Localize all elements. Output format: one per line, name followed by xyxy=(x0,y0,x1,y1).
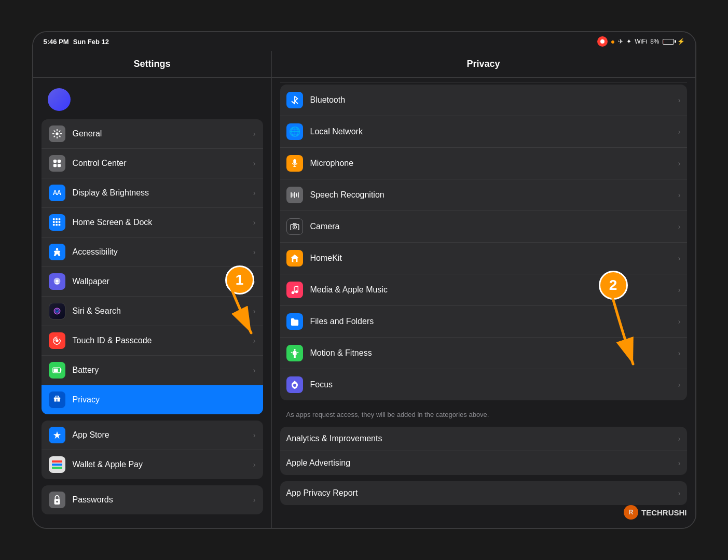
partial-top-divider xyxy=(280,82,687,82)
speech-chevron: › xyxy=(678,191,681,199)
analytics-label: Analytics & Improvements xyxy=(286,434,678,443)
appstore-icon xyxy=(49,427,65,443)
siri-icon xyxy=(49,303,65,319)
sidebar-item-display[interactable]: AA Display & Brightness › xyxy=(42,178,263,208)
files-chevron: › xyxy=(678,317,681,326)
general-label: General xyxy=(73,129,253,138)
time: 5:46 PM xyxy=(44,38,69,46)
wallet-icon-inner xyxy=(52,460,62,469)
settings-panel-header: Settings xyxy=(33,51,271,78)
bluetooth-chevron: › xyxy=(678,96,681,104)
accessibility-chevron: › xyxy=(253,248,256,256)
privacy-item-advertising[interactable]: Apple Advertising › xyxy=(280,451,687,475)
sidebar-item-siri[interactable]: Siri & Search › xyxy=(42,297,263,326)
svg-rect-4 xyxy=(57,164,60,167)
date: Sun Feb 12 xyxy=(73,38,109,46)
camera-chevron: › xyxy=(678,222,681,231)
sidebar-item-wallpaper[interactable]: Wallpaper › xyxy=(42,267,263,297)
battery-bar xyxy=(663,39,674,45)
camera-icon xyxy=(286,218,303,235)
local-network-label: Local Network xyxy=(310,127,678,136)
svg-rect-29 xyxy=(292,193,293,197)
privacy-item-microphone[interactable]: Microphone › xyxy=(280,148,687,179)
privacy-item-files[interactable]: Files and Folders › xyxy=(280,306,687,338)
dot-icon: ● xyxy=(611,37,615,46)
wallet-stripe-green xyxy=(52,467,62,469)
privacy-item-report[interactable]: App Privacy Report › xyxy=(280,481,687,505)
camera-label: Camera xyxy=(310,222,678,231)
privacy-item-local-network[interactable]: 🌐 Local Network › xyxy=(280,116,687,148)
techrushi-name: TECHRUSHI xyxy=(641,508,687,517)
wallpaper-label: Wallpaper xyxy=(73,277,253,286)
sidebar-item-appstore[interactable]: App Store › xyxy=(42,421,263,450)
privacy-footer-note: As apps request access, they will be add… xyxy=(280,407,687,427)
status-bar: 5:46 PM Sun Feb 12 ● ✈ ✦ WiFi 8% ⚡ xyxy=(33,32,695,51)
privacy-list: Bluetooth › 🌐 Local Network › xyxy=(272,78,695,528)
privacy-item-speech[interactable]: Speech Recognition › xyxy=(280,179,687,211)
sidebar-item-privacy[interactable]: Privacy xyxy=(42,385,263,414)
settings-group-3: Passwords › xyxy=(42,485,263,514)
svg-rect-5 xyxy=(52,218,54,220)
appstore-label: App Store xyxy=(73,430,253,440)
touchid-label: Touch ID & Passcode xyxy=(73,336,253,345)
sidebar-item-homescreen[interactable]: Home Screen & Dock › xyxy=(42,208,263,237)
passwords-label: Passwords xyxy=(73,495,253,505)
app-privacy-report-section: App Privacy Report › xyxy=(280,481,687,505)
speech-label: Speech Recognition xyxy=(310,190,678,200)
wallet-chevron: › xyxy=(253,460,256,469)
privacy-item-analytics[interactable]: Analytics & Improvements › xyxy=(280,427,687,451)
sidebar-item-wallet[interactable]: Wallet & Apple Pay › xyxy=(42,450,263,479)
siri-label: Siri & Search xyxy=(73,306,253,316)
svg-rect-12 xyxy=(56,224,58,226)
microphone-label: Microphone xyxy=(310,159,678,168)
battery-settings-icon xyxy=(49,362,65,379)
homekit-icon xyxy=(286,250,303,267)
scroll-spacer xyxy=(280,78,687,82)
privacy-label: Privacy xyxy=(73,395,256,404)
battery-fill xyxy=(664,40,665,44)
homescreen-chevron: › xyxy=(253,218,256,227)
profile-item[interactable] xyxy=(42,84,263,115)
right-panel: Privacy Bluetooth › xyxy=(272,51,695,528)
analytics-section: Analytics & Improvements › Apple Adverti… xyxy=(280,427,687,475)
wallpaper-chevron: › xyxy=(253,277,256,286)
svg-point-37 xyxy=(291,291,294,294)
svg-rect-3 xyxy=(53,164,56,167)
left-panel: Settings Genera xyxy=(33,51,272,528)
svg-rect-13 xyxy=(58,224,60,226)
bluetooth-status-icon: ✦ xyxy=(626,38,631,45)
sidebar-item-passwords[interactable]: Passwords › xyxy=(42,485,263,514)
sidebar-item-battery[interactable]: Battery › xyxy=(42,356,263,385)
svg-rect-22 xyxy=(53,398,60,399)
general-icon xyxy=(49,125,65,142)
sidebar-item-general[interactable]: General › xyxy=(42,119,263,149)
control-center-icon xyxy=(49,155,65,172)
privacy-item-motion[interactable]: Motion & Fitness › xyxy=(280,338,687,369)
privacy-item-bluetooth[interactable]: Bluetooth › xyxy=(280,85,687,116)
svg-rect-2 xyxy=(57,160,60,163)
sidebar-item-accessibility[interactable]: Accessibility › xyxy=(42,237,263,267)
homekit-label: HomeKit xyxy=(310,254,678,263)
privacy-item-music[interactable]: Media & Apple Music › xyxy=(280,274,687,306)
battery-settings-label: Battery xyxy=(73,366,253,375)
svg-point-18 xyxy=(56,310,58,312)
sidebar-item-control-center[interactable]: Control Center › xyxy=(42,149,263,178)
homekit-chevron: › xyxy=(678,254,681,262)
wifi-icon: WiFi xyxy=(635,38,647,45)
techrushi-badge: R TECHRUSHI xyxy=(624,505,687,520)
svg-rect-36 xyxy=(293,259,296,262)
report-chevron: › xyxy=(678,489,681,497)
siri-chevron: › xyxy=(253,307,256,315)
svg-rect-9 xyxy=(56,221,58,223)
privacy-icon xyxy=(49,391,65,408)
wallet-icon xyxy=(49,456,65,473)
privacy-item-focus[interactable]: Focus › xyxy=(280,369,687,400)
privacy-item-camera[interactable]: Camera › xyxy=(280,211,687,243)
touchid-icon xyxy=(49,332,65,349)
wallet-stripe-red xyxy=(52,460,62,463)
sidebar-item-touchid[interactable]: Touch ID & Passcode › xyxy=(42,326,263,356)
status-bar-right: ● ✈ ✦ WiFi 8% ⚡ xyxy=(597,36,685,47)
analytics-chevron: › xyxy=(678,435,681,443)
display-chevron: › xyxy=(253,189,256,197)
privacy-item-homekit[interactable]: HomeKit › xyxy=(280,243,687,274)
